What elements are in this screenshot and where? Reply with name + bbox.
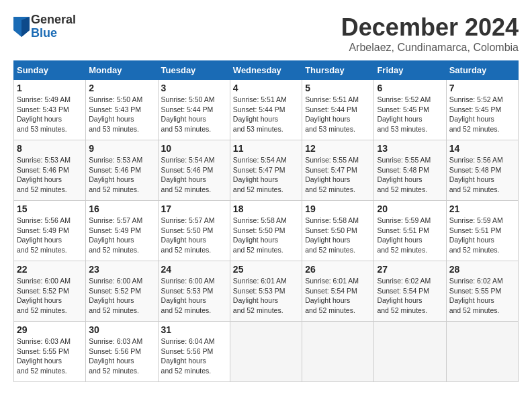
day-info: Sunrise: 6:02 AMSunset: 5:55 PMDaylight …: [449, 277, 503, 314]
calendar-cell: [302, 322, 374, 382]
calendar-cell: 10 Sunrise: 5:54 AMSunset: 5:46 PMDaylig…: [158, 140, 230, 201]
day-info: Sunrise: 5:59 AMSunset: 5:51 PMDaylight …: [377, 216, 431, 254]
day-info: Sunrise: 5:50 AMSunset: 5:44 PMDaylight …: [161, 95, 215, 133]
calendar-week-1: 1 Sunrise: 5:49 AMSunset: 5:43 PMDayligh…: [14, 80, 519, 140]
month-title: December 2024: [341, 13, 519, 42]
calendar-cell: [230, 322, 302, 382]
calendar-cell: [374, 322, 446, 382]
location-title: Arbelaez, Cundinamarca, Colombia: [341, 42, 519, 54]
day-number: 28: [449, 264, 515, 275]
day-info: Sunrise: 5:50 AMSunset: 5:43 PMDaylight …: [89, 95, 142, 133]
logo-general: General: [31, 13, 76, 27]
day-info: Sunrise: 5:57 AMSunset: 5:50 PMDaylight …: [161, 216, 215, 254]
calendar-cell: 20 Sunrise: 5:59 AMSunset: 5:51 PMDaylig…: [374, 201, 446, 261]
day-number: 12: [305, 143, 371, 154]
day-info: Sunrise: 6:00 AMSunset: 5:52 PMDaylight …: [89, 277, 142, 314]
calendar-cell: 2 Sunrise: 5:50 AMSunset: 5:43 PMDayligh…: [86, 80, 158, 140]
header-thursday: Thursday: [302, 61, 374, 80]
calendar-cell: 21 Sunrise: 5:59 AMSunset: 5:51 PMDaylig…: [446, 201, 518, 261]
calendar-cell: 16 Sunrise: 5:57 AMSunset: 5:49 PMDaylig…: [86, 201, 158, 261]
day-info: Sunrise: 5:53 AMSunset: 5:46 PMDaylight …: [17, 156, 71, 193]
header-wednesday: Wednesday: [230, 61, 302, 80]
day-number: 10: [161, 143, 227, 154]
calendar-cell: 23 Sunrise: 6:00 AMSunset: 5:52 PMDaylig…: [86, 261, 158, 322]
day-info: Sunrise: 6:03 AMSunset: 5:55 PMDaylight …: [17, 337, 71, 375]
calendar-header: Sunday Monday Tuesday Wednesday Thursday…: [14, 61, 519, 80]
day-info: Sunrise: 5:49 AMSunset: 5:43 PMDaylight …: [17, 95, 71, 133]
day-number: 23: [89, 264, 154, 275]
calendar-cell: 7 Sunrise: 5:52 AMSunset: 5:45 PMDayligh…: [446, 80, 518, 140]
day-info: Sunrise: 6:01 AMSunset: 5:53 PMDaylight …: [233, 277, 287, 314]
day-number: 11: [233, 143, 299, 154]
logo: General Blue: [13, 13, 76, 40]
day-info: Sunrise: 6:03 AMSunset: 5:56 PMDaylight …: [89, 337, 142, 375]
day-number: 21: [449, 203, 515, 214]
day-number: 2: [89, 83, 154, 93]
day-number: 5: [305, 83, 371, 93]
day-info: Sunrise: 5:51 AMSunset: 5:44 PMDaylight …: [233, 95, 287, 133]
day-number: 29: [17, 324, 83, 335]
calendar-cell: 8 Sunrise: 5:53 AMSunset: 5:46 PMDayligh…: [14, 140, 86, 201]
calendar-cell: 4 Sunrise: 5:51 AMSunset: 5:44 PMDayligh…: [230, 80, 302, 140]
day-number: 30: [89, 324, 154, 335]
svg-marker-1: [21, 17, 30, 37]
day-number: 7: [449, 83, 515, 93]
day-info: Sunrise: 5:58 AMSunset: 5:50 PMDaylight …: [305, 216, 359, 254]
calendar-body: 1 Sunrise: 5:49 AMSunset: 5:43 PMDayligh…: [14, 80, 519, 382]
day-number: 15: [17, 203, 83, 214]
day-number: 31: [161, 324, 227, 335]
day-number: 18: [233, 203, 299, 214]
day-info: Sunrise: 5:56 AMSunset: 5:48 PMDaylight …: [449, 156, 503, 193]
day-number: 4: [233, 83, 299, 93]
day-number: 14: [449, 143, 515, 154]
day-number: 22: [17, 264, 83, 275]
day-info: Sunrise: 6:01 AMSunset: 5:54 PMDaylight …: [305, 277, 359, 314]
calendar-week-4: 22 Sunrise: 6:00 AMSunset: 5:52 PMDaylig…: [14, 261, 519, 322]
calendar-week-5: 29 Sunrise: 6:03 AMSunset: 5:55 PMDaylig…: [14, 322, 519, 382]
calendar-cell: 28 Sunrise: 6:02 AMSunset: 5:55 PMDaylig…: [446, 261, 518, 322]
calendar-cell: 22 Sunrise: 6:00 AMSunset: 5:52 PMDaylig…: [14, 261, 86, 322]
day-info: Sunrise: 6:00 AMSunset: 5:53 PMDaylight …: [161, 277, 215, 314]
calendar-cell: 15 Sunrise: 5:56 AMSunset: 5:49 PMDaylig…: [14, 201, 86, 261]
calendar-cell: 13 Sunrise: 5:55 AMSunset: 5:48 PMDaylig…: [374, 140, 446, 201]
day-number: 13: [377, 143, 443, 154]
title-area: December 2024 Arbelaez, Cundinamarca, Co…: [341, 13, 519, 54]
day-info: Sunrise: 6:02 AMSunset: 5:54 PMDaylight …: [377, 277, 431, 314]
calendar-cell: 11 Sunrise: 5:54 AMSunset: 5:47 PMDaylig…: [230, 140, 302, 201]
calendar-cell: 31 Sunrise: 6:04 AMSunset: 5:56 PMDaylig…: [158, 322, 230, 382]
calendar-cell: 6 Sunrise: 5:52 AMSunset: 5:45 PMDayligh…: [374, 80, 446, 140]
day-number: 6: [377, 83, 443, 93]
logo-text: General Blue: [31, 13, 76, 40]
day-number: 8: [17, 143, 83, 154]
day-number: 20: [377, 203, 443, 214]
calendar-cell: 29 Sunrise: 6:03 AMSunset: 5:55 PMDaylig…: [14, 322, 86, 382]
calendar-cell: 12 Sunrise: 5:55 AMSunset: 5:47 PMDaylig…: [302, 140, 374, 201]
header-friday: Friday: [374, 61, 446, 80]
calendar-cell: 9 Sunrise: 5:53 AMSunset: 5:46 PMDayligh…: [86, 140, 158, 201]
day-number: 19: [305, 203, 371, 214]
calendar-cell: 3 Sunrise: 5:50 AMSunset: 5:44 PMDayligh…: [158, 80, 230, 140]
calendar-cell: [446, 322, 518, 382]
day-info: Sunrise: 5:52 AMSunset: 5:45 PMDaylight …: [377, 95, 431, 133]
header-tuesday: Tuesday: [158, 61, 230, 80]
header-sunday: Sunday: [14, 61, 86, 80]
calendar-cell: 5 Sunrise: 5:51 AMSunset: 5:44 PMDayligh…: [302, 80, 374, 140]
day-info: Sunrise: 5:55 AMSunset: 5:48 PMDaylight …: [377, 156, 431, 193]
day-info: Sunrise: 5:57 AMSunset: 5:49 PMDaylight …: [89, 216, 142, 254]
day-info: Sunrise: 5:55 AMSunset: 5:47 PMDaylight …: [305, 156, 359, 193]
day-info: Sunrise: 5:52 AMSunset: 5:45 PMDaylight …: [449, 95, 503, 133]
calendar-table: Sunday Monday Tuesday Wednesday Thursday…: [13, 60, 519, 382]
day-number: 25: [233, 264, 299, 275]
day-info: Sunrise: 5:51 AMSunset: 5:44 PMDaylight …: [305, 95, 359, 133]
header-monday: Monday: [86, 61, 158, 80]
calendar-cell: 1 Sunrise: 5:49 AMSunset: 5:43 PMDayligh…: [14, 80, 86, 140]
page-header: General Blue December 2024 Arbelaez, Cun…: [13, 13, 519, 54]
day-info: Sunrise: 5:59 AMSunset: 5:51 PMDaylight …: [449, 216, 503, 254]
calendar-cell: 30 Sunrise: 6:03 AMSunset: 5:56 PMDaylig…: [86, 322, 158, 382]
calendar-cell: 24 Sunrise: 6:00 AMSunset: 5:53 PMDaylig…: [158, 261, 230, 322]
day-info: Sunrise: 6:04 AMSunset: 5:56 PMDaylight …: [161, 337, 215, 375]
day-number: 17: [161, 203, 227, 214]
logo-icon: [13, 17, 30, 37]
calendar-cell: 14 Sunrise: 5:56 AMSunset: 5:48 PMDaylig…: [446, 140, 518, 201]
logo-blue: Blue: [31, 27, 76, 40]
